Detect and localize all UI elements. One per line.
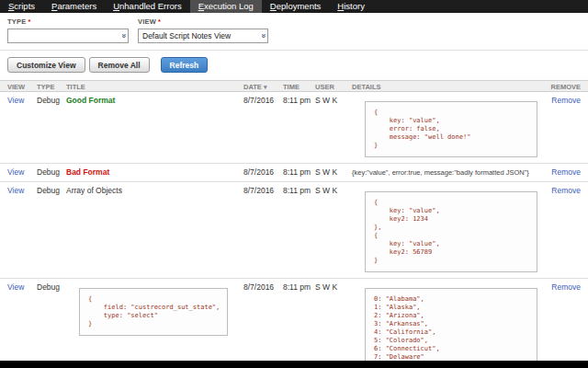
nav-deployments[interactable]: Deployments <box>262 0 329 13</box>
details-json: 0: "Alabama", 1: "Alaska", 2: "Arizona",… <box>365 288 537 361</box>
remove-link[interactable]: Remove <box>551 96 581 105</box>
log-type: Debug <box>37 279 66 292</box>
log-user: S W K <box>315 279 352 292</box>
remove-link[interactable]: Remove <box>551 282 581 292</box>
log-date: 8/7/2016 <box>243 182 283 195</box>
filter-bar: TYPE* » VIEW* Default Script Notes View … <box>0 13 588 51</box>
log-row: View Debug { field: "custrecord_sut_stat… <box>0 279 588 361</box>
content-area: TYPE* » VIEW* Default Script Notes View … <box>0 13 588 361</box>
sort-descending-icon: ▾ <box>264 84 267 90</box>
toolbar: Customize View Remove All Refresh <box>0 51 588 78</box>
view-label: VIEW* <box>138 17 268 26</box>
log-date: 8/7/2016 <box>243 92 283 105</box>
type-filter: TYPE* » <box>7 17 129 43</box>
chevron-down-icon: » <box>258 33 267 38</box>
log-title: Array of Objects <box>66 182 243 195</box>
app-window: Scripts Parameters Unhandled Errors Exec… <box>0 0 588 368</box>
table-header: VIEW TYPE TITLE DATE▾ TIME USER DETAILS … <box>0 80 588 92</box>
view-select-value: Default Script Notes View <box>142 31 231 40</box>
log-row: View Debug Array of Objects 8/7/2016 8:1… <box>0 182 588 279</box>
log-title: Good Format <box>66 92 243 105</box>
details-text: {key:"value", error:true, message:"badly… <box>352 164 537 178</box>
view-link[interactable]: View <box>7 282 24 292</box>
title-json: { field: "custrecord_sut_state", type: "… <box>79 288 228 336</box>
remove-link[interactable]: Remove <box>551 186 581 195</box>
nav-execution-log[interactable]: Execution Log <box>190 0 262 13</box>
top-navigation: Scripts Parameters Unhandled Errors Exec… <box>0 0 588 13</box>
refresh-button[interactable]: Refresh <box>161 57 209 73</box>
remove-link[interactable]: Remove <box>551 167 581 177</box>
log-user: S W K <box>315 164 352 177</box>
log-time: 8:11 pm <box>283 182 315 195</box>
nav-scripts[interactable]: Scripts <box>0 0 43 13</box>
type-label: TYPE* <box>7 17 129 26</box>
log-date: 8/7/2016 <box>243 279 283 292</box>
log-type: Debug <box>37 182 66 195</box>
nav-parameters[interactable]: Parameters <box>43 0 105 13</box>
log-row: View Debug Good Format 8/7/2016 8:11 pm … <box>0 92 588 164</box>
log-type: Debug <box>37 164 66 177</box>
details-json: { key: "value", key2: 1234 }, { key: "va… <box>365 191 537 272</box>
log-user: S W K <box>315 182 352 195</box>
chevron-down-icon: » <box>119 33 128 38</box>
view-link[interactable]: View <box>7 96 24 105</box>
log-time: 8:11 pm <box>283 164 315 177</box>
nav-unhandled-errors[interactable]: Unhandled Errors <box>105 0 189 13</box>
log-title: Bad Format <box>66 164 243 177</box>
customize-view-button[interactable]: Customize View <box>7 57 85 73</box>
view-select[interactable]: Default Script Notes View » <box>138 29 268 43</box>
log-time: 8:11 pm <box>283 279 315 292</box>
log-row: View Debug Bad Format 8/7/2016 8:11 pm S… <box>0 164 588 182</box>
required-asterisk: * <box>158 17 161 26</box>
details-json: { key: "value", error: false, message: "… <box>365 101 537 157</box>
view-link[interactable]: View <box>7 186 24 195</box>
type-select[interactable]: » <box>7 29 129 43</box>
nav-history[interactable]: History <box>329 0 373 13</box>
log-type: Debug <box>37 92 66 105</box>
log-user: S W K <box>315 92 352 105</box>
view-filter: VIEW* Default Script Notes View » <box>138 17 268 43</box>
view-link[interactable]: View <box>7 167 24 177</box>
required-asterisk: * <box>28 17 30 26</box>
log-time: 8:11 pm <box>283 92 315 105</box>
remove-all-button[interactable]: Remove All <box>89 57 150 73</box>
log-date: 8/7/2016 <box>243 164 283 177</box>
